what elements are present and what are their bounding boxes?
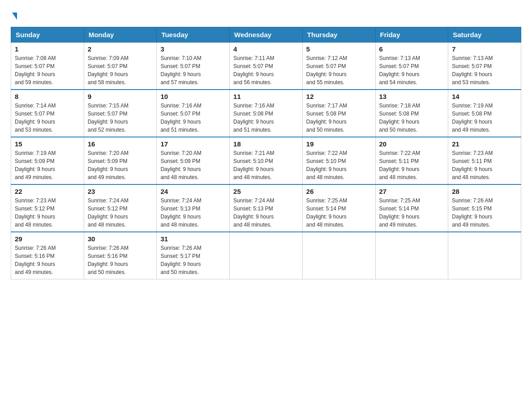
day-number: 21 — [452, 140, 517, 148]
day-info: Sunrise: 7:21 AMSunset: 5:10 PMDaylight:… — [233, 150, 274, 180]
weekday-header-friday: Friday — [375, 27, 448, 43]
week-row-3: 15Sunrise: 7:19 AMSunset: 5:09 PMDayligh… — [11, 137, 521, 184]
day-info: Sunrise: 7:20 AMSunset: 5:09 PMDaylight:… — [160, 150, 201, 180]
day-number: 29 — [15, 235, 80, 243]
calendar-cell: 7Sunrise: 7:13 AMSunset: 5:07 PMDaylight… — [448, 43, 521, 90]
weekday-header-row: SundayMondayTuesdayWednesdayThursdayFrid… — [11, 27, 521, 43]
day-info: Sunrise: 7:19 AMSunset: 5:08 PMDaylight:… — [452, 103, 493, 133]
day-number: 9 — [88, 93, 153, 100]
calendar-cell: 16Sunrise: 7:20 AMSunset: 5:09 PMDayligh… — [84, 137, 157, 184]
day-info: Sunrise: 7:24 AMSunset: 5:13 PMDaylight:… — [233, 197, 274, 228]
calendar-cell: 13Sunrise: 7:18 AMSunset: 5:08 PMDayligh… — [375, 90, 448, 137]
day-info: Sunrise: 7:17 AMSunset: 5:08 PMDaylight:… — [306, 103, 347, 133]
day-info: Sunrise: 7:13 AMSunset: 5:07 PMDaylight:… — [452, 55, 493, 86]
day-number: 31 — [160, 235, 226, 243]
calendar-cell: 17Sunrise: 7:20 AMSunset: 5:09 PMDayligh… — [157, 137, 230, 184]
day-info: Sunrise: 7:19 AMSunset: 5:09 PMDaylight:… — [15, 150, 56, 180]
day-number: 11 — [233, 93, 299, 100]
day-number: 8 — [15, 93, 80, 100]
calendar-cell: 6Sunrise: 7:13 AMSunset: 5:07 PMDaylight… — [375, 43, 448, 90]
day-info: Sunrise: 7:22 AMSunset: 5:10 PMDaylight:… — [306, 150, 347, 180]
day-info: Sunrise: 7:24 AMSunset: 5:12 PMDaylight:… — [88, 197, 129, 228]
day-number: 13 — [379, 93, 445, 100]
calendar-cell: 28Sunrise: 7:26 AMSunset: 5:15 PMDayligh… — [448, 184, 521, 232]
day-number: 30 — [88, 235, 153, 243]
week-row-2: 8Sunrise: 7:14 AMSunset: 5:07 PMDaylight… — [11, 90, 521, 137]
calendar-cell: 24Sunrise: 7:24 AMSunset: 5:13 PMDayligh… — [157, 184, 230, 232]
weekday-header-saturday: Saturday — [448, 27, 521, 43]
calendar-cell: 27Sunrise: 7:25 AMSunset: 5:14 PMDayligh… — [375, 184, 448, 232]
day-number: 7 — [452, 45, 517, 53]
calendar-cell: 5Sunrise: 7:12 AMSunset: 5:07 PMDaylight… — [302, 43, 375, 90]
day-info: Sunrise: 7:23 AMSunset: 5:12 PMDaylight:… — [15, 197, 56, 228]
day-number: 24 — [160, 188, 226, 195]
day-number: 20 — [379, 140, 445, 148]
logo — [11, 11, 17, 20]
day-number: 17 — [160, 140, 226, 148]
calendar-cell — [302, 232, 375, 279]
day-number: 2 — [88, 45, 153, 53]
day-info: Sunrise: 7:24 AMSunset: 5:13 PMDaylight:… — [160, 197, 201, 228]
week-row-5: 29Sunrise: 7:26 AMSunset: 5:16 PMDayligh… — [11, 232, 521, 279]
day-number: 16 — [88, 140, 153, 148]
calendar-cell — [375, 232, 448, 279]
day-number: 19 — [306, 140, 372, 148]
day-info: Sunrise: 7:26 AMSunset: 5:17 PMDaylight:… — [160, 245, 201, 275]
calendar-cell: 30Sunrise: 7:26 AMSunset: 5:16 PMDayligh… — [84, 232, 157, 279]
day-number: 22 — [15, 188, 80, 195]
day-info: Sunrise: 7:25 AMSunset: 5:14 PMDaylight:… — [306, 197, 347, 228]
calendar-cell: 26Sunrise: 7:25 AMSunset: 5:14 PMDayligh… — [302, 184, 375, 232]
calendar-cell: 29Sunrise: 7:26 AMSunset: 5:16 PMDayligh… — [11, 232, 84, 279]
calendar-cell: 31Sunrise: 7:26 AMSunset: 5:17 PMDayligh… — [157, 232, 230, 279]
calendar-cell: 10Sunrise: 7:16 AMSunset: 5:07 PMDayligh… — [157, 90, 230, 137]
day-info: Sunrise: 7:26 AMSunset: 5:16 PMDaylight:… — [88, 245, 129, 275]
day-info: Sunrise: 7:13 AMSunset: 5:07 PMDaylight:… — [379, 55, 420, 86]
week-row-4: 22Sunrise: 7:23 AMSunset: 5:12 PMDayligh… — [11, 184, 521, 232]
day-number: 14 — [452, 93, 517, 100]
day-number: 18 — [233, 140, 299, 148]
calendar-cell: 20Sunrise: 7:22 AMSunset: 5:11 PMDayligh… — [375, 137, 448, 184]
calendar-cell: 3Sunrise: 7:10 AMSunset: 5:07 PMDaylight… — [157, 43, 230, 90]
calendar-cell: 2Sunrise: 7:09 AMSunset: 5:07 PMDaylight… — [84, 43, 157, 90]
day-info: Sunrise: 7:16 AMSunset: 5:08 PMDaylight:… — [233, 103, 274, 133]
calendar-cell: 23Sunrise: 7:24 AMSunset: 5:12 PMDayligh… — [84, 184, 157, 232]
day-info: Sunrise: 7:09 AMSunset: 5:07 PMDaylight:… — [88, 55, 129, 86]
day-info: Sunrise: 7:14 AMSunset: 5:07 PMDaylight:… — [15, 103, 56, 133]
day-number: 15 — [15, 140, 80, 148]
weekday-header-tuesday: Tuesday — [157, 27, 230, 43]
calendar-cell: 1Sunrise: 7:08 AMSunset: 5:07 PMDaylight… — [11, 43, 84, 90]
calendar-cell: 14Sunrise: 7:19 AMSunset: 5:08 PMDayligh… — [448, 90, 521, 137]
day-number: 3 — [160, 45, 226, 53]
calendar-cell: 15Sunrise: 7:19 AMSunset: 5:09 PMDayligh… — [11, 137, 84, 184]
day-info: Sunrise: 7:10 AMSunset: 5:07 PMDaylight:… — [160, 55, 201, 86]
day-number: 26 — [306, 188, 372, 195]
calendar-cell: 9Sunrise: 7:15 AMSunset: 5:07 PMDaylight… — [84, 90, 157, 137]
day-info: Sunrise: 7:16 AMSunset: 5:07 PMDaylight:… — [160, 103, 201, 133]
calendar-cell — [448, 232, 521, 279]
day-info: Sunrise: 7:22 AMSunset: 5:11 PMDaylight:… — [379, 150, 420, 180]
calendar-cell: 4Sunrise: 7:11 AMSunset: 5:07 PMDaylight… — [230, 43, 303, 90]
weekday-header-sunday: Sunday — [11, 27, 84, 43]
day-info: Sunrise: 7:26 AMSunset: 5:15 PMDaylight:… — [452, 197, 493, 228]
day-info: Sunrise: 7:20 AMSunset: 5:09 PMDaylight:… — [88, 150, 129, 180]
weekday-header-monday: Monday — [84, 27, 157, 43]
day-info: Sunrise: 7:11 AMSunset: 5:07 PMDaylight:… — [233, 55, 274, 86]
calendar-cell: 19Sunrise: 7:22 AMSunset: 5:10 PMDayligh… — [302, 137, 375, 184]
day-number: 25 — [233, 188, 299, 195]
calendar-cell: 25Sunrise: 7:24 AMSunset: 5:13 PMDayligh… — [230, 184, 303, 232]
calendar-cell — [230, 232, 303, 279]
day-number: 23 — [88, 188, 153, 195]
weekday-header-wednesday: Wednesday — [230, 27, 303, 43]
day-number: 10 — [160, 93, 226, 100]
day-number: 12 — [306, 93, 372, 100]
day-info: Sunrise: 7:12 AMSunset: 5:07 PMDaylight:… — [306, 55, 347, 86]
day-number: 27 — [379, 188, 445, 195]
week-row-1: 1Sunrise: 7:08 AMSunset: 5:07 PMDaylight… — [11, 43, 521, 90]
calendar-cell: 18Sunrise: 7:21 AMSunset: 5:10 PMDayligh… — [230, 137, 303, 184]
day-number: 28 — [452, 188, 517, 195]
day-info: Sunrise: 7:15 AMSunset: 5:07 PMDaylight:… — [88, 103, 129, 133]
day-info: Sunrise: 7:08 AMSunset: 5:07 PMDaylight:… — [15, 55, 56, 86]
day-info: Sunrise: 7:26 AMSunset: 5:16 PMDaylight:… — [15, 245, 56, 275]
page-header — [11, 11, 521, 20]
weekday-header-thursday: Thursday — [302, 27, 375, 43]
